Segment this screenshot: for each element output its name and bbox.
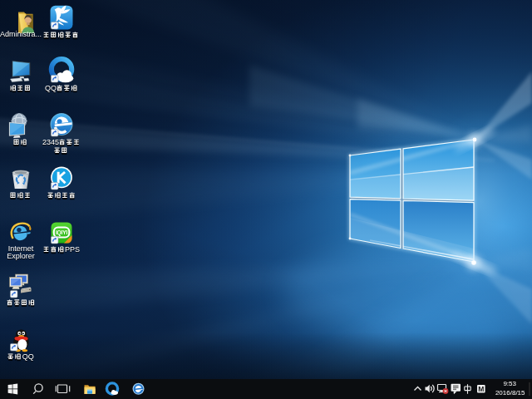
svg-text:2016/8/15: 2016/8/15 <box>495 389 525 397</box>
svg-text:iQIYI: iQIYI <box>56 229 67 236</box>
svg-text:M: M <box>478 385 484 393</box>
svg-text:9:53: 9:53 <box>503 380 516 387</box>
